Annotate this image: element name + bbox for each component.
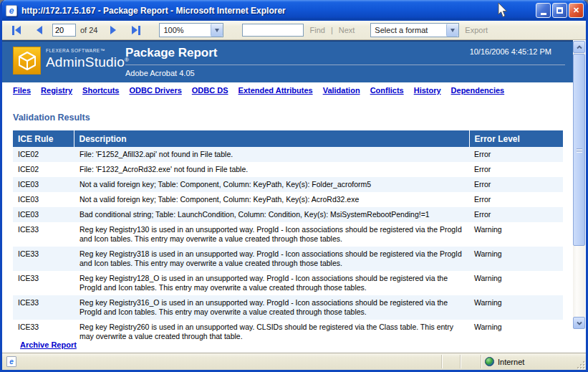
first-page-button[interactable] — [12, 26, 21, 35]
cell-error-level: Warning — [469, 295, 563, 320]
cell-description: File: 'F1252_Afill32.api' not found in F… — [74, 147, 469, 162]
report-datetime: 10/16/2006 4:45:12 PM — [470, 47, 551, 56]
table-row: ICE33Reg key Registry128_O is used in an… — [13, 271, 563, 295]
cell-error-level: Warning — [469, 247, 563, 271]
report-header: FLEXERA SOFTWARE™ AdminStudio® Package R… — [2, 40, 573, 82]
next-button[interactable]: Next — [339, 26, 355, 34]
format-value: Select a format — [371, 26, 446, 34]
nav-link-odbc-drivers[interactable]: ODBC Drivers — [129, 86, 181, 95]
brand-block: FLEXERA SOFTWARE™ AdminStudio® — [46, 48, 129, 70]
scrollbar-thumb[interactable] — [573, 54, 585, 246]
window-controls: ✕ — [536, 3, 584, 18]
minimize-icon — [541, 13, 546, 15]
find-button[interactable]: Find — [309, 26, 324, 34]
nav-link-files[interactable]: Files — [13, 86, 31, 95]
table-row: ICE33Reg key Registry318 is used in an u… — [13, 247, 563, 271]
resize-grip[interactable] — [576, 360, 585, 369]
validation-table: ICE Rule Description Error Level ICE02Fi… — [13, 130, 563, 344]
status-main-panel: e — [4, 355, 442, 368]
table-row: ICE02File: 'F1232_AcroRd32.exe' not foun… — [13, 162, 563, 177]
nav-link-validation[interactable]: Validation — [323, 86, 360, 95]
internet-zone-icon — [485, 357, 494, 366]
cube-icon — [16, 50, 38, 72]
zone-label: Internet — [498, 358, 524, 366]
format-select[interactable]: Select a format — [370, 23, 459, 37]
last-page-icon — [138, 26, 140, 35]
title-bar[interactable]: e http://172.17.5.167 - Package Report -… — [0, 0, 588, 21]
package-name: Adobe Acrobat 4.05 — [125, 69, 566, 77]
cell-description: Not a valid foreign key; Table: Componen… — [74, 192, 469, 207]
section-heading: Validation Results — [13, 113, 90, 123]
status-panel-1 — [442, 355, 461, 368]
status-bar: e Internet — [2, 353, 586, 370]
next-page-button[interactable] — [110, 26, 116, 34]
last-page-button[interactable] — [132, 26, 140, 35]
col-description: Description — [74, 130, 469, 147]
browser-window: e http://172.17.5.167 - Package Report -… — [0, 0, 588, 372]
minimize-button[interactable] — [536, 3, 551, 18]
zoom-select[interactable]: 100% — [159, 23, 223, 37]
brand-flexera-label: FLEXERA SOFTWARE™ — [46, 48, 129, 53]
cell-error-level: Error — [469, 177, 563, 192]
maximize-button[interactable] — [552, 3, 567, 18]
brand-adminstudio-label: AdminStudio® — [46, 54, 129, 70]
search-input[interactable] — [242, 24, 304, 37]
zoom-value: 100% — [160, 26, 211, 34]
cell-error-level: Error — [469, 207, 563, 222]
validation-table-body: ICE02File: 'F1252_Afill32.api' not found… — [13, 147, 563, 344]
nav-link-registry[interactable]: Registry — [41, 86, 72, 95]
brand-adminstudio-text: AdminStudio — [46, 54, 125, 70]
table-row: ICE33Reg key Registry316_O is used in an… — [13, 295, 563, 320]
cell-description: File: 'F1232_AcroRd32.exe' not found in … — [74, 162, 469, 177]
find-next-separator: | — [331, 26, 333, 34]
first-page-icon — [15, 26, 21, 34]
window-title: http://172.17.5.167 - Package Report - M… — [21, 6, 536, 16]
ie-document-icon: e — [6, 356, 16, 367]
nav-link-dependencies[interactable]: Dependencies — [451, 86, 505, 95]
table-row: ICE33Reg key Registry260 is used in an u… — [13, 320, 563, 344]
cell-error-level: Error — [469, 192, 563, 207]
page-number-input[interactable] — [52, 24, 76, 37]
cell-error-level: Error — [469, 147, 563, 162]
report-nav: FilesRegistryShortcutsODBC DriversODBC D… — [13, 86, 504, 95]
table-row: ICE33Reg key Registry130 is used in an u… — [13, 222, 563, 247]
nav-link-history[interactable]: History — [414, 86, 441, 95]
page-count-label: of 24 — [80, 26, 97, 34]
nav-link-odbc-ds[interactable]: ODBC DS — [192, 86, 228, 95]
cell-description: Reg key Registry128_O is used in an unsu… — [74, 271, 469, 295]
export-button[interactable]: Export — [465, 26, 488, 34]
nav-link-extended-attributes[interactable]: Extended Attributes — [238, 86, 313, 95]
ie-page-icon: e — [6, 5, 17, 16]
cell-ice-rule: ICE02 — [13, 162, 74, 177]
scroll-up-button[interactable] — [573, 41, 585, 53]
dropdown-arrow-icon[interactable] — [211, 24, 223, 37]
table-row: ICE03Not a valid foreign key; Table: Com… — [13, 177, 563, 192]
dropdown-arrow-icon[interactable] — [446, 24, 458, 37]
vertical-scrollbar[interactable] — [573, 41, 585, 329]
report-toolbar: of 24 100% Find | Next Select a format E… — [2, 21, 586, 40]
status-zone-panel: Internet — [482, 355, 580, 368]
nav-link-shortcuts[interactable]: Shortcuts — [82, 86, 119, 95]
close-button[interactable]: ✕ — [569, 3, 584, 18]
previous-page-button[interactable] — [37, 26, 42, 34]
scroll-down-button[interactable] — [573, 317, 585, 329]
header-divider — [125, 65, 565, 65]
cell-description: Not a valid foreign key; Table: Componen… — [74, 177, 469, 192]
cell-error-level: Error — [469, 162, 563, 177]
previous-page-icon — [37, 26, 42, 34]
cell-description: Reg key Registry130 is used in an unsupp… — [74, 222, 469, 247]
first-page-icon — [12, 26, 14, 35]
cell-ice-rule: ICE33 — [13, 295, 74, 320]
nav-link-conflicts[interactable]: Conflicts — [370, 86, 404, 95]
cell-description: Bad conditional string; Table: LaunchCon… — [74, 207, 469, 222]
table-header-row: ICE Rule Description Error Level — [13, 130, 563, 147]
chevron-down-icon — [577, 320, 582, 326]
cell-error-level: Warning — [469, 271, 563, 295]
cell-error-level: Warning — [469, 222, 563, 247]
archive-report-link[interactable]: Archive Report — [20, 340, 77, 349]
next-page-icon — [110, 26, 116, 34]
col-ice-rule: ICE Rule — [13, 130, 74, 147]
cell-description: Reg key Registry316_O is used in an unsu… — [74, 295, 469, 320]
maximize-icon — [556, 7, 563, 14]
thumb-grip-icon — [577, 148, 582, 152]
